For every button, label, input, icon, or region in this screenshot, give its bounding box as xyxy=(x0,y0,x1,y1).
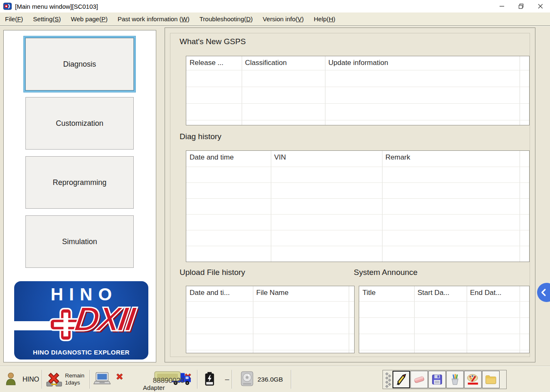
column-separator xyxy=(520,151,520,262)
upload-file-history-table[interactable]: Date and ti...File Name xyxy=(186,286,355,353)
restore-button[interactable] xyxy=(512,0,531,12)
user-icon xyxy=(5,372,17,387)
sidebar-button-simulation[interactable]: Simulation xyxy=(25,215,134,268)
grid-row-line xyxy=(359,350,529,350)
window-title: [Main menu window][SC0103] xyxy=(15,3,98,10)
grid-row-line xyxy=(186,262,529,262)
grid-row-line xyxy=(186,87,529,87)
menu-item-file[interactable]: File(F) xyxy=(0,12,28,25)
battery-status: – xyxy=(204,366,229,392)
statusbar-separator xyxy=(232,370,232,389)
disconnected-x-icon xyxy=(46,371,62,385)
column-header[interactable]: Update information xyxy=(325,56,520,67)
disk-space-label: 236.0GB xyxy=(258,376,283,383)
logo-product-text: DXII xyxy=(72,300,136,339)
main-menu-window: [Main menu window][SC0103] File(F)Settin… xyxy=(0,0,550,392)
caption-buttons xyxy=(492,0,550,12)
battery-value-label: – xyxy=(225,375,229,384)
license-days-label: 1days xyxy=(65,380,85,387)
column-header[interactable]: File Name xyxy=(253,286,349,297)
panel-collapse-handle[interactable] xyxy=(537,283,550,302)
toolbar-grip-handle[interactable] xyxy=(384,371,392,388)
menu-item-past-work-information[interactable]: Past work information (W) xyxy=(112,12,195,25)
grid-row-line xyxy=(186,167,529,167)
section-title-upload-file-history: Upload File history xyxy=(180,268,245,277)
column-separator xyxy=(382,151,382,262)
minimize-button[interactable] xyxy=(492,0,512,12)
grid-row-line xyxy=(186,103,529,104)
sidebar-button-reprogramming[interactable]: Reprogramming xyxy=(25,156,134,209)
pc-status xyxy=(93,366,111,392)
logo-tagline: HINO DIAGNOSTIC EXPLORER xyxy=(14,349,148,356)
license-remain-label: Remain xyxy=(65,372,85,380)
grid-row-line xyxy=(186,230,529,230)
hard-disk-icon xyxy=(240,370,254,389)
column-header[interactable]: Date and time xyxy=(186,151,271,162)
grid-row-line xyxy=(186,70,529,70)
save-icon xyxy=(431,373,443,386)
column-header[interactable]: Remark xyxy=(382,151,520,162)
grid-row-line xyxy=(359,301,529,302)
statusbar-separator xyxy=(197,370,198,389)
grid-row-line xyxy=(359,334,529,334)
system-announce-table[interactable]: TitleStart Da...End Dat... xyxy=(359,286,530,353)
app-icon xyxy=(3,2,12,10)
grid-row-line xyxy=(186,334,354,334)
column-header[interactable]: VIN xyxy=(271,151,382,162)
column-header[interactable]: Release ... xyxy=(186,56,242,67)
license-status: Remain 1days xyxy=(45,366,85,392)
section-title-system-announce: System Announce xyxy=(354,268,418,277)
palette-icon xyxy=(466,373,480,386)
palette-button[interactable] xyxy=(464,371,482,388)
save-button[interactable] xyxy=(428,371,446,388)
close-button[interactable] xyxy=(531,0,550,12)
column-header[interactable]: End Dat... xyxy=(467,286,520,297)
section-title-whats-new-gsps: What's New GSPS xyxy=(180,37,246,46)
column-header[interactable]: Date and ti... xyxy=(186,286,253,297)
column-separator xyxy=(520,286,520,353)
navigation-panel: DiagnosisCustomizationReprogrammingSimul… xyxy=(3,30,156,362)
grid-row-line xyxy=(186,350,354,350)
grid-row-line xyxy=(186,182,529,183)
column-separator xyxy=(271,151,271,262)
license-network-icon xyxy=(45,370,63,389)
laptop-icon xyxy=(93,372,111,387)
sidebar-button-customization[interactable]: Customization xyxy=(25,97,134,150)
diag-history-table[interactable]: Date and timeVINRemark xyxy=(186,150,530,262)
annotation-toolbar xyxy=(382,370,507,389)
section-title-diag-history: Diag history xyxy=(180,132,221,141)
grid-row-line xyxy=(359,317,529,318)
content-panel: What's New GSPS Release ...Classificatio… xyxy=(165,27,535,362)
whats-new-gsps-table[interactable]: Release ...ClassificationUpdate informat… xyxy=(186,56,530,125)
grid-row-line xyxy=(186,301,354,302)
menu-item-help[interactable]: Help(H) xyxy=(309,12,340,25)
battery-icon xyxy=(204,370,215,389)
chevron-left-icon xyxy=(540,288,547,297)
column-header[interactable]: Title xyxy=(359,286,414,297)
menu-item-version-info[interactable]: Version info(V) xyxy=(258,12,309,25)
grid-row-line xyxy=(186,317,354,318)
statusbar-separator xyxy=(42,370,42,389)
column-separator xyxy=(349,286,349,353)
grid-row-line xyxy=(186,198,529,199)
grid-row-line xyxy=(186,246,529,246)
folder-button[interactable] xyxy=(482,371,500,388)
grid-row-line xyxy=(186,214,529,215)
disk-status: 236.0GB xyxy=(240,366,283,392)
title-bar: [Main menu window][SC0103] xyxy=(0,0,550,12)
folder-icon xyxy=(485,373,497,386)
menu-item-troubleshooting[interactable]: Troubleshooting(D) xyxy=(195,12,258,25)
sidebar-button-diagnosis[interactable]: Diagnosis xyxy=(25,38,134,90)
column-header[interactable]: Classification xyxy=(242,56,325,67)
column-header[interactable]: Start Da... xyxy=(414,286,467,297)
menu-item-setting[interactable]: Setting(S) xyxy=(28,12,66,25)
hino-dx2-logo: HINO DXII HINO DIAGNOSTIC EXPLORER xyxy=(14,281,148,360)
eraser-button[interactable] xyxy=(410,371,428,388)
eraser-icon xyxy=(413,373,425,386)
menu-item-web-page[interactable]: Web page(P) xyxy=(66,12,112,25)
pen-holder-icon xyxy=(449,373,461,386)
pen-holder-button[interactable] xyxy=(446,371,464,388)
signature-pen-button[interactable] xyxy=(392,371,410,388)
user-status: HINO xyxy=(5,366,39,392)
column-separator xyxy=(520,56,520,125)
